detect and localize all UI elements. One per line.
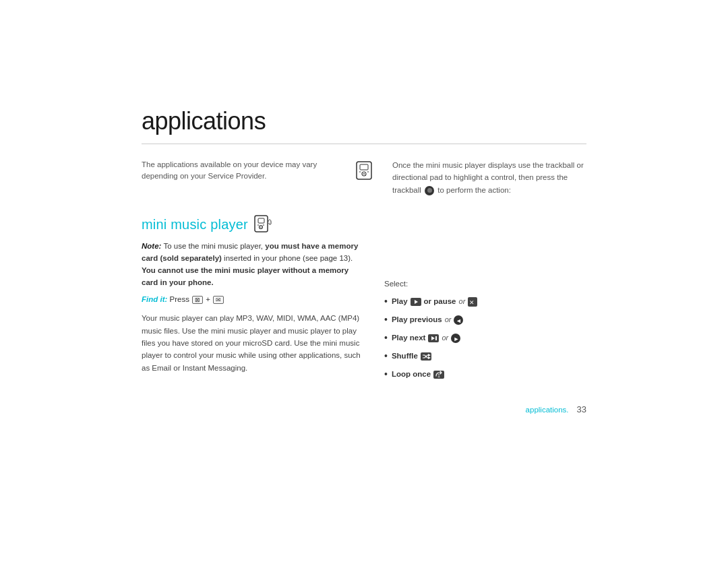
shuffle-label: Shuffle [392,350,418,362]
next-icon-btn [428,334,439,342]
note-block: Note: To use the mini music player, you … [142,241,364,288]
body-text: Your music player can play MP3, WAV, MID… [142,312,364,374]
action-list: • Play or pause or ✕ [384,294,586,381]
intro-left-text: The applications available on your devic… [142,160,317,180]
section-header: mini music player [142,215,586,234]
note-bold2: You cannot use the mini music player wit… [142,266,348,286]
or-text-2: or [445,314,452,325]
page-title: applications [142,107,586,135]
svg-text:1: 1 [437,373,440,378]
list-item-previous: • Play previous or ◄ [384,313,586,327]
svg-text:◄: ◄ [456,317,462,324]
intro-icon-container [352,159,376,181]
bullet-2: • [384,313,388,327]
list-item-play: • Play or pause or ✕ [384,294,586,309]
bullet-4: • [384,349,388,363]
find-it-label: Find it: [142,295,167,303]
title-rule [142,144,586,144]
trackball-icon [425,186,434,195]
play-label: Play [392,296,408,307]
svg-point-3 [363,173,365,175]
intro-left: The applications available on your devic… [142,159,336,183]
footer: applications. 33 [142,400,586,414]
footer-page-number: 33 [577,404,586,414]
or-text-3: or [442,332,448,344]
play-item-text: Play or pause or ✕ [392,296,477,307]
key-icon-2: ✉ [213,296,224,304]
loop-item-text: Loop once 1 [392,369,444,380]
svg-text:✕: ✕ [469,299,475,306]
key-icon-1: ⊠ [192,296,203,304]
section-title: mini music player [142,217,248,232]
prev-icon: ◄ [454,315,463,325]
footer-link: applications. [526,406,569,414]
right-top-empty [384,241,586,268]
shuffle-item-text: Shuffle [392,350,431,362]
intro-right: Once the mini music player displays use … [392,159,586,196]
intro-right-text2: to perform the action: [437,186,511,194]
list-item-next: • Play next or ► [384,331,586,345]
loop-icon: 1 [433,371,444,379]
shuffle-icon [421,352,431,361]
loop-label: Loop once [392,369,431,380]
list-item-loop: • Loop once 1 [384,367,586,381]
prev-item-text: Play previous or ◄ [392,314,464,325]
note-text: To use the mini music player, [163,242,263,250]
bullet-5: • [384,367,388,381]
play-icon [411,298,421,306]
bullet-1: • [384,294,388,309]
find-it-block: Find it: Press ⊠ + ✉ [142,295,364,304]
find-it-text: Press [170,295,189,303]
right-column: Select: • Play or pause or [384,241,586,385]
select-label: Select: [384,280,586,288]
svg-rect-1 [360,164,368,170]
bullet-3: • [384,331,388,345]
svg-rect-7 [258,218,264,223]
list-item-shuffle: • Shuffle [384,349,586,363]
prev-label: Play previous [392,314,442,325]
svg-point-9 [260,226,262,228]
main-columns: Note: To use the mini music player, you … [142,241,586,385]
left-column: Note: To use the mini music player, you … [142,241,364,385]
or-pause-text: or pause [424,296,456,307]
svg-text:►: ► [454,336,460,342]
next-circle-icon: ► [451,334,460,343]
page-container: applications The applications available … [0,0,728,562]
next-label: Play next [392,332,426,344]
find-it-plus: + [206,295,212,303]
intro-row: The applications available on your devic… [142,159,586,196]
note-text2: inserted in your phone (see page 13). [224,254,353,262]
section-music-icon [253,215,272,234]
svg-rect-20 [435,336,437,340]
content-area: applications The applications available … [142,94,586,428]
music-device-icon [354,160,374,181]
pause-icon: ✕ [468,297,477,307]
or-text-1: or [459,296,466,307]
note-label: Note: [142,242,161,250]
next-item-text: Play next or ► [392,332,460,344]
